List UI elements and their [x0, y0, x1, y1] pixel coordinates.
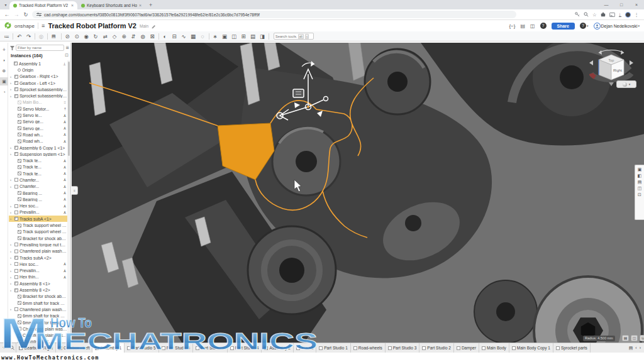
instance-options-icon[interactable]: ⊡: [65, 53, 69, 58]
comment-icon[interactable]: ◗: [0, 56, 8, 64]
maximize-button[interactable]: □: [614, 0, 629, 9]
insert-icon[interactable]: ▤: [49, 34, 60, 39]
close-tab-icon[interactable]: ×: [139, 3, 142, 8]
expand-chevron-icon[interactable]: ›: [10, 269, 13, 273]
tree-item[interactable]: Bracket for shock absorb...: [9, 235, 67, 241]
expand-chevron-icon[interactable]: ›: [10, 178, 13, 182]
scroll-tabs-left-icon[interactable]: ‹: [635, 346, 636, 350]
screw-relation-icon[interactable]: ∿: [179, 33, 189, 40]
tree-item[interactable]: Road wh...Y: [9, 138, 67, 145]
road-wheel-mid-right[interactable]: [474, 280, 537, 343]
tree-item[interactable]: ›Suspension system <1>: [9, 151, 67, 157]
add-tab-button[interactable]: +: [0, 343, 8, 353]
tree-item[interactable]: ›Hex soc...Y: [9, 261, 67, 267]
configurations-icon[interactable]: ⊡: [638, 192, 641, 197]
code-brackets-icon[interactable]: {−}: [509, 23, 515, 29]
undo-icon[interactable]: ↶: [14, 33, 24, 40]
panel-scrollbar[interactable]: [67, 60, 70, 343]
tree-item[interactable]: ›Assembly 8 <2>: [9, 287, 67, 293]
suspension-arm-hole[interactable]: [405, 215, 421, 231]
document-tab[interactable]: Main Body: [479, 343, 509, 353]
document-tab[interactable]: Gearbox - Right: [16, 343, 56, 353]
tab-manager-icon[interactable]: ▤: [629, 346, 633, 351]
scroll-tabs-right-icon[interactable]: ›: [640, 346, 641, 350]
cube-arrow-left[interactable]: [589, 60, 593, 65]
new-tab-button[interactable]: +: [149, 2, 152, 8]
tree-item[interactable]: ›Chamfer...Y: [9, 177, 67, 183]
expand-chevron-icon[interactable]: ›: [10, 185, 13, 189]
zoom-icon[interactable]: [584, 12, 589, 17]
document-tab[interactable]: Sprocket parts: [553, 343, 591, 353]
browser-tab[interactable]: Tracked Robot Platform V2 | A×: [9, 1, 77, 9]
user-menu[interactable]: Dejan Nedelkovski▾: [594, 23, 640, 30]
gear-relation-icon[interactable]: ◐: [160, 33, 170, 40]
sketch-icon[interactable]: ◎: [36, 33, 46, 40]
expand-chevron-icon[interactable]: ›: [10, 256, 13, 260]
road-wheel-center[interactable]: [272, 128, 340, 195]
tree-item[interactable]: Servo ge...Y: [9, 125, 67, 131]
panel-grid-icon[interactable]: ▣: [0, 77, 8, 85]
tree-item[interactable]: Track support wheel <1>: [9, 222, 67, 228]
tree-item[interactable]: Bracket for shock absorb...: [9, 293, 67, 300]
document-tab[interactable]: Gearbox - Left: [56, 343, 93, 353]
tree-item[interactable]: ›Prevailin...Y: [9, 209, 67, 216]
expand-chevron-icon[interactable]: ›: [10, 307, 13, 311]
search-tools-input[interactable]: [275, 35, 297, 38]
tree-item[interactable]: ›Sprocket subassembly <2>: [9, 92, 67, 99]
close-tab-icon[interactable]: ×: [71, 3, 74, 8]
help-icon[interactable]: ?: [580, 23, 586, 29]
expand-chevron-icon[interactable]: ›: [10, 94, 13, 98]
tree-item[interactable]: ›Hex thin...Y: [9, 274, 67, 280]
cast-icon[interactable]: [609, 13, 615, 17]
document-tab[interactable]: Main Body Copy 1: [509, 343, 553, 353]
isolate-icon[interactable]: ▣: [638, 167, 642, 172]
reload-icon[interactable]: ↻: [23, 11, 29, 18]
expand-chevron-icon[interactable]: ›: [10, 243, 13, 246]
tree-item[interactable]: ›Prevailin...Y: [9, 268, 67, 274]
key-icon[interactable]: [575, 12, 580, 17]
explode-icon[interactable]: ∗: [211, 33, 220, 40]
view-options-button[interactable]: ▾: [616, 80, 636, 88]
minimize-button[interactable]: —: [599, 0, 614, 9]
mate-connector-icon[interactable]: ◉: [82, 33, 91, 40]
expand-chevron-icon[interactable]: ›: [10, 282, 13, 285]
tree-item[interactable]: ›Hex soc...Y: [9, 203, 67, 209]
planar-mate-icon[interactable]: ◇: [110, 33, 119, 40]
tree-item[interactable]: Track te...Y: [9, 157, 67, 163]
cylindrical-mate-icon[interactable]: ⊕: [119, 33, 129, 40]
extensions-icon[interactable]: [601, 12, 606, 17]
tree-item[interactable]: Servo Motor...†: [9, 106, 67, 112]
tree-item[interactable]: ›Gearbox - Right <1>: [9, 74, 67, 80]
expand-chevron-icon[interactable]: ›: [10, 250, 13, 253]
snapshot-icon[interactable]: ▣: [220, 33, 230, 40]
expand-chevron-icon[interactable]: ›: [10, 262, 13, 266]
mate-icon[interactable]: ⊘: [63, 33, 72, 40]
tab-search-chevron-icon[interactable]: ▾: [2, 3, 9, 7]
tree-item[interactable]: ›Chamfer...Y: [9, 184, 67, 190]
tree-item[interactable]: Chamfered plain washer ...: [9, 326, 67, 332]
download-icon[interactable]: ↓: [619, 13, 621, 17]
document-menu-icon[interactable]: ≡: [42, 23, 45, 29]
list-options-icon[interactable]: ≣: [65, 45, 69, 50]
document-tab[interactable]: Part Studio 7: [193, 343, 228, 353]
ball-mate-icon[interactable]: ◍: [138, 33, 148, 40]
document-tab[interactable]: Part Studio 4: [228, 343, 262, 353]
rename-pencil-icon[interactable]: [152, 20, 157, 31]
appearance-icon[interactable]: ◨: [258, 33, 267, 40]
document-tab[interactable]: Part Studio 1: [316, 343, 351, 353]
document-tab[interactable]: Damper: [454, 343, 479, 353]
tree-item[interactable]: 6mm shaft for track whee...: [9, 319, 67, 326]
document-tab[interactable]: Part Studio 3: [386, 343, 420, 353]
share-button[interactable]: Share: [552, 23, 575, 30]
tree-item[interactable]: ›Tracks subA <1>: [9, 216, 67, 222]
document-tab[interactable]: Part Studio 5: [125, 343, 159, 353]
expand-chevron-icon[interactable]: ›: [10, 204, 13, 208]
tree-item[interactable]: Origin: [9, 67, 67, 73]
tree-item[interactable]: Servo le...Y: [9, 112, 67, 118]
panel-collapse-handle[interactable]: ≡: [72, 186, 78, 195]
learning-center-icon[interactable]: ?: [540, 23, 547, 29]
tree-item[interactable]: Assembly 1⊥: [9, 60, 67, 67]
tree-item[interactable]: 6mm shaft for track whee...: [9, 313, 67, 319]
expand-chevron-icon[interactable]: ›: [10, 217, 13, 221]
circular-pattern-icon[interactable]: ◌: [198, 33, 208, 40]
